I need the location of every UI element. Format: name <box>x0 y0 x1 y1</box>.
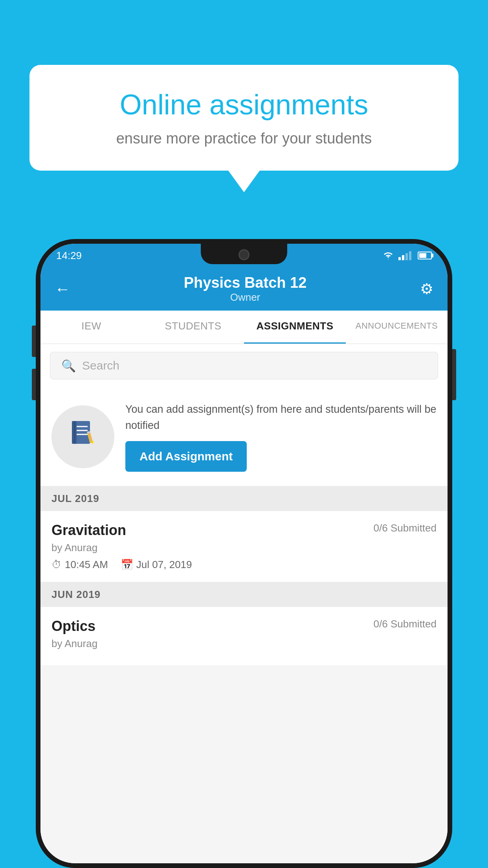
assignment-item-optics[interactable]: Optics 0/6 Submitted by Anurag <box>40 607 448 666</box>
assignment-prompt-right: You can add assignment(s) from here and … <box>125 401 437 472</box>
assignment-gravitation-submitted: 0/6 Submitted <box>374 522 437 534</box>
tab-iew[interactable]: IEW <box>40 311 142 344</box>
assignment-optics-header: Optics 0/6 Submitted <box>51 618 437 634</box>
back-button[interactable]: ← <box>55 280 70 298</box>
phone-outer: 14:29 <box>36 239 452 868</box>
notebook-icon <box>67 418 99 456</box>
content-area: 🔍 Search <box>40 344 448 863</box>
phone-frame: 14:29 <box>36 239 452 868</box>
assignment-gravitation-meta: ⏱ 10:45 AM 📅 Jul 07, 2019 <box>51 559 437 571</box>
search-bar[interactable]: 🔍 Search <box>50 352 438 379</box>
gravitation-date: Jul 07, 2019 <box>136 559 192 571</box>
assignment-icon-circle <box>51 405 114 468</box>
assignment-prompt: You can add assignment(s) from here and … <box>40 387 448 486</box>
assignment-item-gravitation[interactable]: Gravitation 0/6 Submitted by Anurag ⏱ 10… <box>40 511 448 582</box>
assignment-prompt-text: You can add assignment(s) from here and … <box>125 401 437 433</box>
notebook-svg <box>67 418 99 449</box>
svg-rect-2 <box>74 421 75 444</box>
header-center: Physics Batch 12 Owner <box>184 274 307 303</box>
search-bar-container: 🔍 Search <box>40 344 448 387</box>
header-title: Physics Batch 12 <box>184 274 307 291</box>
app-header: ← Physics Batch 12 Owner ⚙ <box>40 267 448 311</box>
signal-icon <box>398 251 411 260</box>
phone-notch <box>201 244 287 264</box>
speech-bubble: Online assignments ensure more practice … <box>29 65 459 171</box>
tab-students[interactable]: STUDENTS <box>142 311 244 344</box>
tab-bar: IEW STUDENTS ASSIGNMENTS ANNOUNCEMENTS <box>40 311 448 344</box>
assignment-gravitation-header: Gravitation 0/6 Submitted <box>51 522 437 539</box>
tab-announcements[interactable]: ANNOUNCEMENTS <box>346 311 448 344</box>
header-subtitle: Owner <box>184 291 307 303</box>
wifi-icon <box>383 252 394 259</box>
add-assignment-button[interactable]: Add Assignment <box>125 441 247 472</box>
speech-bubble-arrow <box>228 171 260 192</box>
camera-icon <box>238 249 250 260</box>
status-time: 14:29 <box>56 250 82 262</box>
speech-bubble-container: Online assignments ensure more practice … <box>29 65 459 192</box>
battery-icon <box>418 252 432 259</box>
assignment-gravitation-name: Gravitation <box>51 522 126 539</box>
assignment-optics-submitted: 0/6 Submitted <box>374 618 437 630</box>
volume-up-button <box>32 326 36 357</box>
date-meta: 📅 Jul 07, 2019 <box>121 559 192 571</box>
section-jun-2019: JUN 2019 <box>40 582 448 607</box>
settings-icon[interactable]: ⚙ <box>420 280 433 298</box>
speech-bubble-subtitle: ensure more practice for your students <box>61 130 427 147</box>
search-icon: 🔍 <box>61 359 76 373</box>
speech-bubble-title: Online assignments <box>61 88 427 121</box>
tab-assignments[interactable]: ASSIGNMENTS <box>244 311 346 344</box>
volume-down-button <box>32 369 36 400</box>
power-button <box>452 349 456 400</box>
time-meta: ⏱ 10:45 AM <box>51 559 108 571</box>
search-placeholder: Search <box>82 359 119 372</box>
calendar-icon: 📅 <box>121 559 133 571</box>
section-jul-2019: JUL 2019 <box>40 486 448 511</box>
phone-screen: 14:29 <box>40 244 448 863</box>
clock-icon: ⏱ <box>51 559 62 571</box>
assignment-optics-author: by Anurag <box>51 638 437 650</box>
gravitation-time: 10:45 AM <box>65 559 108 571</box>
assignment-optics-name: Optics <box>51 618 95 634</box>
status-icons <box>383 251 432 260</box>
assignment-gravitation-author: by Anurag <box>51 542 437 554</box>
